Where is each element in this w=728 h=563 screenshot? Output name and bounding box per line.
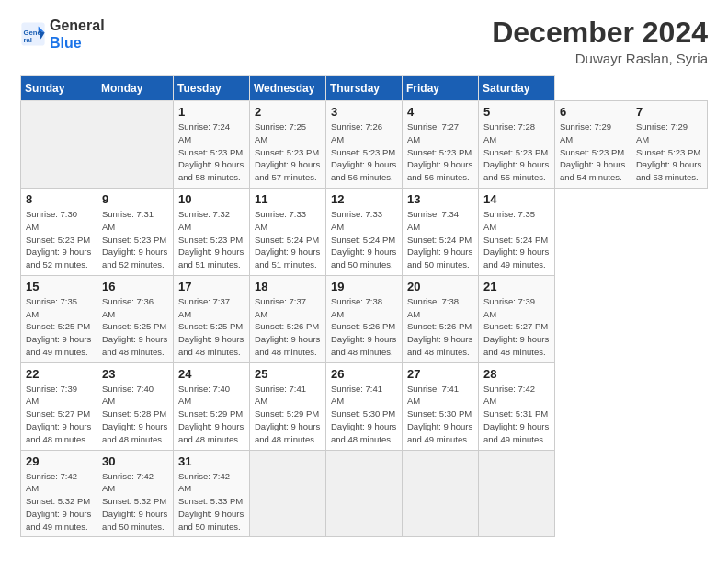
calendar-cell: 2Sunrise: 7:25 AMSunset: 5:23 PMDaylight…: [250, 101, 326, 189]
calendar-cell: 8Sunrise: 7:30 AMSunset: 5:23 PMDaylight…: [21, 189, 97, 276]
day-number: 14: [483, 192, 550, 206]
calendar-cell: 20Sunrise: 7:38 AMSunset: 5:26 PMDayligh…: [403, 275, 479, 362]
calendar-cell: 22Sunrise: 7:39 AMSunset: 5:27 PMDayligh…: [21, 362, 97, 450]
day-info: Sunrise: 7:39 AMSunset: 5:27 PMDaylight:…: [26, 383, 92, 446]
calendar-cell: 21Sunrise: 7:39 AMSunset: 5:27 PMDayligh…: [479, 275, 555, 362]
calendar-cell: [97, 101, 174, 189]
day-info: Sunrise: 7:40 AMSunset: 5:28 PMDaylight:…: [102, 383, 168, 446]
week-row-0: 1Sunrise: 7:24 AMSunset: 5:23 PMDaylight…: [21, 101, 708, 189]
day-number: 9: [102, 192, 168, 206]
day-number: 17: [178, 280, 245, 293]
calendar-cell: 28Sunrise: 7:42 AMSunset: 5:31 PMDayligh…: [479, 362, 555, 450]
day-info: Sunrise: 7:40 AMSunset: 5:29 PMDaylight:…: [178, 383, 245, 446]
calendar-cell: 12Sunrise: 7:33 AMSunset: 5:24 PMDayligh…: [326, 189, 403, 276]
calendar-cell: [479, 450, 555, 537]
day-info: Sunrise: 7:36 AMSunset: 5:25 PMDaylight:…: [102, 295, 168, 359]
calendar-cell: 26Sunrise: 7:41 AMSunset: 5:30 PMDayligh…: [326, 362, 403, 450]
day-number: 21: [483, 280, 550, 293]
calendar-cell: 31Sunrise: 7:42 AMSunset: 5:33 PMDayligh…: [174, 450, 250, 537]
calendar-cell: 19Sunrise: 7:38 AMSunset: 5:26 PMDayligh…: [326, 275, 403, 362]
day-number: 31: [178, 454, 245, 468]
day-info: Sunrise: 7:41 AMSunset: 5:30 PMDaylight:…: [331, 383, 397, 446]
calendar-cell: 17Sunrise: 7:37 AMSunset: 5:25 PMDayligh…: [174, 275, 250, 362]
calendar-cell: 13Sunrise: 7:34 AMSunset: 5:24 PMDayligh…: [403, 189, 479, 276]
calendar-cell: [403, 450, 479, 537]
page: Gene- ral General Blue December 2024 Duw…: [0, 0, 728, 563]
calendar-cell: 6Sunrise: 7:29 AMSunset: 5:23 PMDaylight…: [555, 101, 631, 189]
day-info: Sunrise: 7:37 AMSunset: 5:26 PMDaylight:…: [255, 295, 321, 359]
day-info: Sunrise: 7:33 AMSunset: 5:24 PMDaylight:…: [255, 208, 321, 271]
logo-line2: Blue: [50, 34, 105, 52]
calendar-cell: 14Sunrise: 7:35 AMSunset: 5:24 PMDayligh…: [479, 189, 555, 276]
calendar-cell: [21, 101, 97, 189]
day-number: 18: [255, 280, 321, 293]
calendar-cell: 3Sunrise: 7:26 AMSunset: 5:23 PMDaylight…: [326, 101, 403, 189]
logo-icon: Gene- ral: [20, 21, 46, 47]
calendar-cell: 16Sunrise: 7:36 AMSunset: 5:25 PMDayligh…: [97, 275, 174, 362]
calendar-cell: [326, 450, 403, 537]
calendar-cell: 11Sunrise: 7:33 AMSunset: 5:24 PMDayligh…: [250, 189, 326, 276]
day-info: Sunrise: 7:42 AMSunset: 5:32 PMDaylight:…: [102, 470, 168, 534]
day-info: Sunrise: 7:31 AMSunset: 5:23 PMDaylight:…: [102, 208, 168, 271]
svg-text:ral: ral: [24, 36, 32, 44]
header: Gene- ral General Blue December 2024 Duw…: [20, 17, 708, 66]
day-number: 15: [26, 280, 92, 293]
day-number: 12: [331, 192, 397, 206]
day-number: 4: [407, 105, 473, 119]
day-info: Sunrise: 7:25 AMSunset: 5:23 PMDaylight:…: [255, 121, 321, 184]
day-number: 30: [102, 454, 168, 468]
week-row-1: 8Sunrise: 7:30 AMSunset: 5:23 PMDaylight…: [21, 189, 708, 276]
day-number: 7: [636, 105, 702, 119]
calendar-cell: 4Sunrise: 7:27 AMSunset: 5:23 PMDaylight…: [403, 101, 479, 189]
day-info: Sunrise: 7:29 AMSunset: 5:23 PMDaylight:…: [560, 121, 626, 184]
calendar-cell: 15Sunrise: 7:35 AMSunset: 5:25 PMDayligh…: [21, 275, 97, 362]
calendar-cell: [250, 450, 326, 537]
day-info: Sunrise: 7:41 AMSunset: 5:29 PMDaylight:…: [255, 383, 321, 446]
calendar-cell: 9Sunrise: 7:31 AMSunset: 5:23 PMDaylight…: [97, 189, 174, 276]
calendar-cell: 24Sunrise: 7:40 AMSunset: 5:29 PMDayligh…: [174, 362, 250, 450]
day-number: 19: [331, 280, 397, 293]
day-number: 10: [178, 192, 245, 206]
day-number: 26: [331, 367, 397, 381]
day-number: 2: [255, 105, 321, 119]
day-info: Sunrise: 7:35 AMSunset: 5:25 PMDaylight:…: [26, 295, 92, 359]
subtitle: Duwayr Raslan, Syria: [492, 51, 708, 66]
day-info: Sunrise: 7:28 AMSunset: 5:23 PMDaylight:…: [483, 121, 550, 184]
calendar-header-row: SundayMondayTuesdayWednesdayThursdayFrid…: [21, 76, 708, 101]
calendar-cell: 27Sunrise: 7:41 AMSunset: 5:30 PMDayligh…: [403, 362, 479, 450]
day-number: 3: [331, 105, 397, 119]
day-info: Sunrise: 7:24 AMSunset: 5:23 PMDaylight:…: [178, 121, 245, 184]
day-number: 28: [483, 367, 550, 381]
day-number: 1: [178, 105, 245, 119]
title-block: December 2024 Duwayr Raslan, Syria: [492, 17, 708, 66]
day-info: Sunrise: 7:33 AMSunset: 5:24 PMDaylight:…: [331, 208, 397, 271]
calendar-cell: 18Sunrise: 7:37 AMSunset: 5:26 PMDayligh…: [250, 275, 326, 362]
calendar-cell: 10Sunrise: 7:32 AMSunset: 5:23 PMDayligh…: [174, 189, 250, 276]
day-number: 8: [26, 192, 92, 206]
calendar-table: SundayMondayTuesdayWednesdayThursdayFrid…: [20, 75, 708, 537]
logo: Gene- ral General Blue: [20, 17, 105, 52]
day-info: Sunrise: 7:30 AMSunset: 5:23 PMDaylight:…: [26, 208, 92, 271]
day-info: Sunrise: 7:26 AMSunset: 5:23 PMDaylight:…: [331, 121, 397, 184]
day-info: Sunrise: 7:38 AMSunset: 5:26 PMDaylight:…: [331, 295, 397, 359]
day-header-monday: Monday: [97, 76, 174, 101]
day-number: 5: [483, 105, 550, 119]
day-info: Sunrise: 7:32 AMSunset: 5:23 PMDaylight:…: [178, 208, 245, 271]
calendar-cell: 5Sunrise: 7:28 AMSunset: 5:23 PMDaylight…: [479, 101, 555, 189]
day-info: Sunrise: 7:42 AMSunset: 5:31 PMDaylight:…: [483, 383, 550, 446]
calendar-cell: 7Sunrise: 7:29 AMSunset: 5:23 PMDaylight…: [631, 101, 708, 189]
day-number: 11: [255, 192, 321, 206]
day-info: Sunrise: 7:27 AMSunset: 5:23 PMDaylight:…: [407, 121, 473, 184]
day-info: Sunrise: 7:37 AMSunset: 5:25 PMDaylight:…: [178, 295, 245, 359]
day-number: 6: [560, 105, 626, 119]
day-info: Sunrise: 7:38 AMSunset: 5:26 PMDaylight:…: [407, 295, 473, 359]
day-number: 22: [26, 367, 92, 381]
week-row-3: 22Sunrise: 7:39 AMSunset: 5:27 PMDayligh…: [21, 362, 708, 450]
calendar-cell: 25Sunrise: 7:41 AMSunset: 5:29 PMDayligh…: [250, 362, 326, 450]
day-info: Sunrise: 7:42 AMSunset: 5:33 PMDaylight:…: [178, 470, 245, 534]
day-header-tuesday: Tuesday: [174, 76, 250, 101]
day-number: 13: [407, 192, 473, 206]
logo-text-block: General Blue: [50, 17, 105, 52]
day-header-sunday: Sunday: [21, 76, 97, 101]
day-header-thursday: Thursday: [326, 76, 403, 101]
